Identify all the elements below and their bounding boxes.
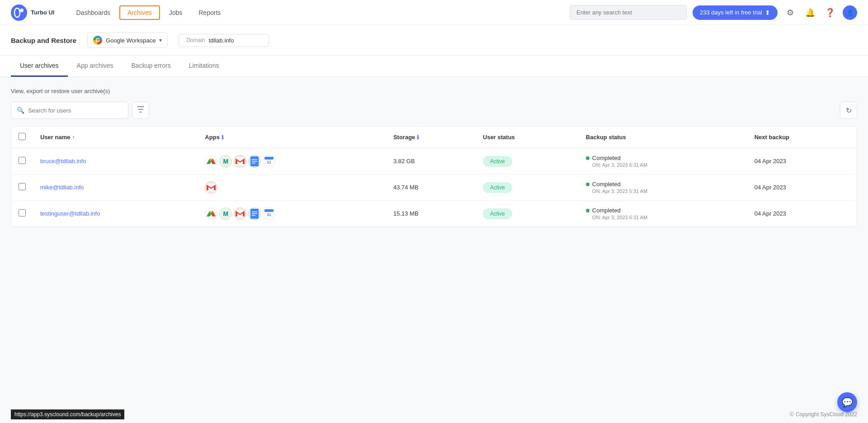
logo[interactable]: Turbo UI: [11, 5, 54, 21]
search-icon: 🔍: [17, 107, 24, 114]
row-backup-status: Completed ON: Apr 3, 2023 6:31 AM: [579, 201, 747, 227]
app-icon-calendar: 31: [263, 207, 275, 220]
trial-button[interactable]: 233 days left in free trial ⬆: [693, 5, 778, 20]
apps-info-icon: ℹ: [222, 134, 224, 141]
tab-app-archives[interactable]: App archives: [68, 56, 123, 77]
row-next-backup: 04 Apr 2023: [747, 148, 857, 174]
page-title: Backup and Restore: [11, 37, 76, 44]
svg-text:31: 31: [267, 160, 271, 164]
row-next-backup: 04 Apr 2023: [747, 174, 857, 201]
tab-user-archives[interactable]: User archives: [11, 56, 68, 77]
table-body: bruce@tdllab.info M31 3.82 GB Active Com…: [11, 148, 857, 227]
col-storage: Storage ℹ: [386, 127, 476, 148]
app-icon-gmail: [234, 207, 246, 220]
nav-reports[interactable]: Reports: [191, 6, 228, 19]
google-logo-icon: [93, 36, 102, 45]
user-link-2[interactable]: testinguser@tdllab.info: [40, 210, 100, 217]
backup-completed: Completed: [586, 181, 740, 188]
header: Turbo UI Dashboards Archives Jobs Report…: [0, 0, 868, 25]
row-username: bruce@tdllab.info: [33, 148, 198, 174]
row-checkbox-cell: [11, 148, 33, 174]
backup-label: Completed: [592, 181, 621, 188]
logo-text: Turbo UI: [31, 9, 54, 16]
user-link-0[interactable]: bruce@tdllab.info: [40, 158, 86, 164]
svg-rect-20: [264, 209, 274, 212]
tab-backup-errors[interactable]: Backup errors: [123, 56, 180, 77]
header-right: 233 days left in free trial ⬆ ⚙ 🔔 ❓ 👤: [570, 5, 857, 20]
storage-info-icon: ℹ: [417, 134, 419, 141]
row-storage: 15.13 MB: [386, 201, 476, 227]
status-badge: Active: [483, 156, 512, 167]
row-checkbox-1[interactable]: [19, 183, 26, 190]
app-icon-drive: [205, 155, 217, 168]
status-badge: Active: [483, 208, 512, 219]
filter-button[interactable]: [132, 102, 149, 119]
svg-rect-16: [252, 212, 257, 212]
app-icons: M31: [205, 155, 379, 168]
backup-label: Completed: [592, 207, 621, 214]
select-all-checkbox[interactable]: [19, 133, 26, 140]
tab-limitations[interactable]: Limitations: [180, 56, 228, 77]
table-header-row: User name ↑ Apps ℹ Storage ℹ: [11, 127, 857, 148]
col-user-status: User status: [476, 127, 579, 148]
next-backup-date: 04 Apr 2023: [755, 184, 786, 191]
header-search-input[interactable]: [570, 5, 687, 20]
row-checkbox-cell: [11, 174, 33, 201]
col-backup-status: Backup status: [579, 127, 747, 148]
svg-rect-6: [252, 159, 257, 160]
row-username: testinguser@tdllab.info: [33, 201, 198, 227]
nav-archives[interactable]: Archives: [119, 5, 160, 20]
refresh-icon: ↻: [846, 106, 852, 115]
svg-rect-8: [252, 163, 255, 164]
row-storage: 3.82 GB: [386, 148, 476, 174]
avatar[interactable]: 👤: [843, 5, 857, 20]
backup-time: ON: Apr 3, 2023 5:31 AM: [592, 188, 740, 194]
backup-completed: Completed: [586, 207, 740, 214]
next-backup-date: 04 Apr 2023: [755, 210, 786, 217]
row-apps: M31: [198, 148, 386, 174]
col-apps: Apps ℹ: [198, 127, 386, 148]
table-container: User name ↑ Apps ℹ Storage ℹ: [11, 126, 857, 227]
app-icons: [205, 181, 379, 194]
nav-jobs[interactable]: Jobs: [162, 6, 190, 19]
bell-icon[interactable]: 🔔: [803, 5, 817, 20]
row-storage: 43.74 MB: [386, 174, 476, 201]
user-link-1[interactable]: mike@tdllab.info: [40, 184, 84, 191]
completed-dot: [586, 156, 590, 160]
app-icon-meet: M: [219, 155, 232, 168]
row-apps: [198, 174, 386, 201]
row-checkbox-2[interactable]: [19, 209, 26, 216]
row-user-status: Active: [476, 148, 579, 174]
svg-rect-18: [252, 215, 255, 216]
svg-point-2: [20, 9, 24, 12]
row-user-status: Active: [476, 174, 579, 201]
trial-text: 233 days left in free trial: [700, 9, 762, 16]
row-checkbox-0[interactable]: [19, 157, 26, 164]
app-icon-meet: M: [219, 207, 232, 220]
svg-text:31: 31: [267, 212, 271, 217]
row-username: mike@tdllab.info: [33, 174, 198, 201]
settings-icon[interactable]: ⚙: [783, 5, 797, 20]
refresh-button[interactable]: ↻: [840, 102, 857, 119]
row-apps: M31: [198, 201, 386, 227]
backup-time: ON: Apr 3, 2023 6:31 AM: [592, 162, 740, 168]
domain-label: Domain: [186, 37, 205, 43]
subheader: Backup and Restore Google Workspace ▾ Do…: [0, 25, 868, 56]
app-icon-docs: [248, 207, 261, 220]
app-icon-gmail: [234, 155, 246, 168]
nav-dashboards[interactable]: Dashboards: [69, 6, 118, 19]
upload-icon: ⬆: [765, 9, 770, 16]
search-input[interactable]: [28, 107, 123, 114]
workspace-name: Google Workspace: [106, 37, 156, 44]
workspace-selector[interactable]: Google Workspace ▾: [87, 33, 168, 48]
app-icon-drive: [205, 207, 217, 220]
svg-point-0: [11, 5, 27, 21]
table-row: testinguser@tdllab.info M31 15.13 MB Act…: [11, 201, 857, 227]
main-nav: Dashboards Archives Jobs Reports: [69, 5, 228, 20]
sort-icon: ↑: [72, 134, 75, 141]
table-row: mike@tdllab.info 43.74 MB Active Complet…: [11, 174, 857, 201]
search-wrapper: 🔍: [11, 102, 128, 119]
backup-completed: Completed: [586, 155, 740, 161]
tabs: User archives App archives Backup errors…: [0, 56, 868, 77]
help-icon[interactable]: ❓: [823, 5, 837, 20]
